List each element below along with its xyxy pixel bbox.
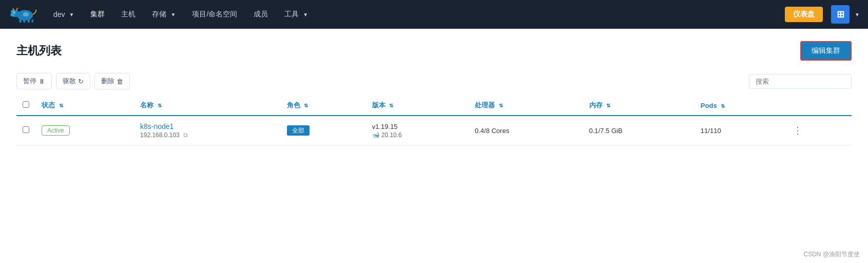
nav-item-hosts[interactable]: 主机 — [115, 0, 142, 29]
th-actions — [784, 96, 852, 116]
navbar: dev ▼ 集群 主机 存储 ▼ 项目/命名空间 成员 工具 ▼ 仪表盘 ⊞ ▼ — [0, 0, 868, 29]
svg-point-3 — [10, 13, 15, 16]
row-version: v1.19.15 🐋 20.10.6 — [366, 116, 469, 145]
th-name[interactable]: 名称 ⇅ — [134, 96, 281, 116]
svg-point-12 — [23, 12, 29, 17]
logo-icon — [8, 5, 39, 24]
tools-dropdown-icon: ▼ — [303, 12, 308, 17]
sort-version-icon: ⇅ — [389, 103, 393, 108]
edit-cluster-button[interactable]: 编辑集群 — [800, 41, 852, 61]
row-more: ⋮ — [784, 116, 852, 145]
svg-rect-11 — [31, 19, 33, 23]
svg-line-7 — [16, 8, 17, 10]
node-name-link[interactable]: k8s-node1 — [140, 122, 173, 130]
row-status: Active — [35, 116, 134, 145]
nav-item-storage[interactable]: 存储 ▼ — [146, 0, 182, 29]
toolbar: 暂停 ⏸ 驱散 ↻ 删除 🗑 — [16, 73, 852, 89]
th-pods[interactable]: Pods ⇅ — [695, 96, 784, 116]
docker-icon: 🐋 — [372, 132, 380, 139]
k8s-version: v1.19.15 — [372, 123, 462, 130]
nav-item-cluster[interactable]: 集群 — [84, 0, 111, 29]
evict-button[interactable]: 驱散 ↻ — [56, 73, 90, 89]
logo[interactable] — [8, 5, 39, 24]
evict-icon: ↻ — [78, 78, 84, 85]
docker-version: 🐋 20.10.6 — [372, 132, 462, 139]
user-avatar[interactable]: ⊞ — [831, 5, 850, 24]
delete-icon: 🗑 — [117, 78, 123, 85]
main-content: 主机列表 编辑集群 暂停 ⏸ 驱散 ↻ 删除 🗑 状态 ⇅ — [0, 29, 868, 158]
nav-item-tools[interactable]: 工具 ▼ — [278, 0, 314, 29]
row-cpu: 0.4/8 Cores — [469, 116, 583, 145]
hosts-table: 状态 ⇅ 名称 ⇅ 角色 ⇅ 版本 ⇅ 处理器 ⇅ — [16, 96, 852, 145]
table-row: Active k8s-node1 192.168.0.103 ⧉ 全部 v1.1… — [16, 116, 852, 145]
delete-button[interactable]: 删除 🗑 — [94, 73, 130, 89]
table-header-row: 状态 ⇅ 名称 ⇅ 角色 ⇅ 版本 ⇅ 处理器 ⇅ — [16, 96, 852, 116]
th-status[interactable]: 状态 ⇅ — [35, 96, 134, 116]
th-cpu[interactable]: 处理器 ⇅ — [469, 96, 583, 116]
avatar-dropdown-icon: ▼ — [855, 12, 860, 17]
env-dropdown-icon: ▼ — [69, 12, 74, 17]
page-header: 主机列表 编辑集群 — [16, 41, 852, 61]
search-input[interactable] — [749, 74, 852, 89]
row-checkbox[interactable] — [23, 126, 29, 133]
node-ip: 192.168.0.103 ⧉ — [140, 132, 275, 139]
sort-role-icon: ⇅ — [304, 103, 308, 108]
page-title: 主机列表 — [16, 43, 62, 59]
role-badge: 全部 — [287, 125, 310, 136]
th-select-all — [16, 96, 35, 116]
storage-dropdown-icon: ▼ — [170, 12, 176, 17]
copy-ip-icon[interactable]: ⧉ — [183, 132, 188, 139]
select-all-checkbox[interactable] — [23, 101, 29, 108]
nav-item-members[interactable]: 成员 — [247, 0, 274, 29]
svg-rect-8 — [19, 19, 21, 23]
sort-name-icon: ⇅ — [158, 103, 162, 108]
th-memory[interactable]: 内存 ⇅ — [583, 96, 695, 116]
sort-cpu-icon: ⇅ — [499, 103, 503, 108]
sort-pods-icon: ⇅ — [721, 103, 725, 109]
row-memory: 0.1/7.5 GiB — [583, 116, 695, 145]
row-pods: 11/110 — [695, 116, 784, 145]
svg-rect-10 — [28, 19, 30, 23]
sort-status-icon: ⇅ — [59, 103, 63, 108]
svg-point-5 — [14, 12, 15, 13]
row-checkbox-cell — [16, 116, 35, 145]
nav-item-projects[interactable]: 项目/命名空间 — [186, 0, 243, 29]
nav-env-selector[interactable]: dev ▼ — [47, 0, 80, 29]
sort-memory-icon: ⇅ — [606, 103, 610, 108]
pause-button[interactable]: 暂停 ⏸ — [16, 73, 52, 89]
status-badge: Active — [42, 125, 70, 136]
row-name: k8s-node1 192.168.0.103 ⧉ — [134, 116, 281, 145]
svg-rect-9 — [23, 19, 25, 23]
dashboard-button[interactable]: 仪表盘 — [785, 7, 823, 22]
th-role[interactable]: 角色 ⇅ — [281, 96, 366, 116]
pause-icon: ⏸ — [38, 78, 45, 85]
avatar-icon: ⊞ — [837, 9, 844, 20]
row-role: 全部 — [281, 116, 366, 145]
row-more-button[interactable]: ⋮ — [790, 124, 805, 137]
th-version[interactable]: 版本 ⇅ — [366, 96, 469, 116]
